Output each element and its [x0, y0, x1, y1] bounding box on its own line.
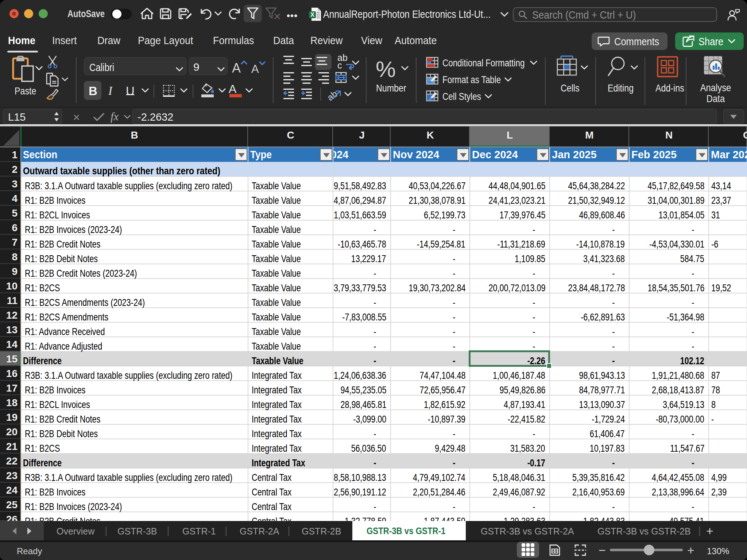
svg-text:X: X [310, 12, 314, 18]
